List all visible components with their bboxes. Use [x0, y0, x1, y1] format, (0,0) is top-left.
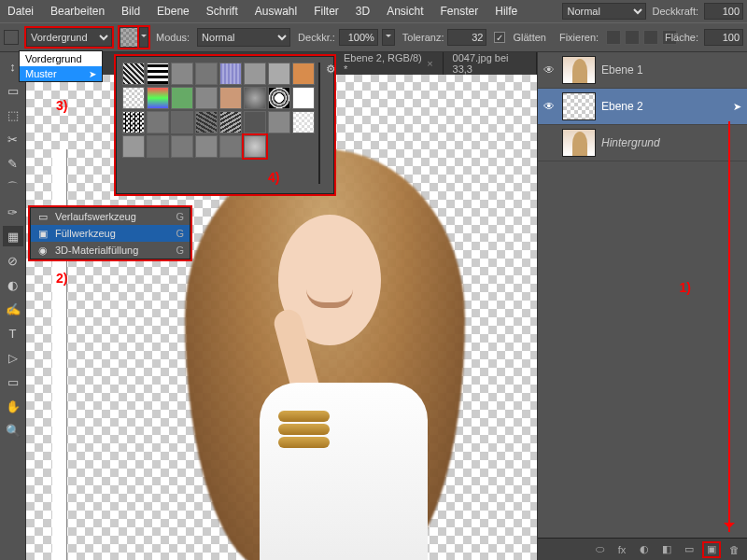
- opacity-top-value[interactable]: 100: [704, 3, 743, 20]
- menu-3d[interactable]: 3D: [356, 5, 370, 18]
- fx-icon[interactable]: fx: [614, 543, 629, 556]
- pattern-thumb[interactable]: [147, 87, 169, 109]
- layer-name[interactable]: Hintergrund: [601, 136, 741, 149]
- path-tool[interactable]: ▷: [3, 347, 23, 368]
- pattern-thumb[interactable]: [292, 111, 315, 133]
- lock-position-icon[interactable]: [643, 30, 658, 45]
- menu-ebene[interactable]: Ebene: [157, 5, 190, 18]
- menu-bearbeiten[interactable]: Bearbeiten: [50, 5, 105, 18]
- pattern-thumb[interactable]: [244, 87, 266, 109]
- pattern-picker-panel[interactable]: ⚙: [116, 56, 334, 194]
- close-icon[interactable]: ×: [427, 58, 432, 69]
- menu-ansicht[interactable]: Ansicht: [387, 5, 423, 18]
- pattern-thumb[interactable]: [268, 87, 290, 109]
- popup-item-vordergrund[interactable]: Vordergrund: [20, 51, 102, 66]
- opacity-value[interactable]: 100%: [339, 29, 378, 46]
- type-tool[interactable]: T: [3, 323, 23, 343]
- menu-datei[interactable]: Datei: [7, 5, 34, 18]
- pattern-thumb[interactable]: [268, 111, 290, 133]
- pattern-thumb[interactable]: [195, 63, 218, 85]
- visibility-icon[interactable]: 👁: [543, 100, 557, 113]
- eraser-tool[interactable]: ⊘: [3, 250, 23, 271]
- delete-layer-icon[interactable]: 🗑: [726, 543, 741, 556]
- dodge-tool[interactable]: ◐: [3, 274, 23, 295]
- pattern-thumb[interactable]: [171, 63, 193, 85]
- layer-row-selected[interactable]: 👁 Ebene 2 ➤: [538, 89, 747, 125]
- pattern-thumb[interactable]: [292, 87, 315, 109]
- pattern-thumb[interactable]: [171, 135, 193, 158]
- layer-row[interactable]: 👁 Ebene 1: [538, 52, 747, 89]
- shape-tool[interactable]: ▭: [3, 371, 23, 392]
- pattern-thumb[interactable]: [147, 63, 169, 85]
- link-layers-icon[interactable]: ⬭: [592, 543, 607, 556]
- lock-pixels-icon[interactable]: [625, 30, 640, 45]
- layer-name[interactable]: Ebene 1: [601, 63, 741, 77]
- marquee-tool[interactable]: ▭: [3, 80, 23, 101]
- group-icon[interactable]: ▭: [682, 543, 697, 556]
- new-layer-button[interactable]: ▣: [704, 543, 719, 556]
- pattern-thumb[interactable]: [219, 87, 242, 109]
- brush-tool[interactable]: ⌒: [3, 177, 23, 198]
- pattern-thumb[interactable]: [171, 111, 193, 133]
- zoom-tool[interactable]: 🔍: [3, 420, 23, 441]
- antialias-checkbox[interactable]: ✓: [494, 32, 505, 43]
- popup-item-muster[interactable]: Muster➤: [20, 66, 102, 81]
- bucket-tool[interactable]: ▦: [3, 226, 23, 246]
- tolerance-value[interactable]: 32: [447, 29, 486, 46]
- fill-source-dropdown[interactable]: Vordergrund: [26, 28, 112, 47]
- layer-thumb[interactable]: [562, 56, 596, 84]
- pattern-thumb[interactable]: [219, 111, 242, 133]
- tab[interactable]: 0047.jpg bei 33,3: [444, 52, 537, 75]
- gear-icon[interactable]: ⚙: [326, 63, 336, 188]
- flyout-gradient[interactable]: ▭ Verlaufswerkzeug G: [31, 208, 190, 225]
- pattern-thumb[interactable]: [244, 111, 266, 133]
- menu-schrift[interactable]: Schrift: [206, 5, 238, 18]
- pattern-thumb[interactable]: [268, 63, 290, 85]
- layer-row[interactable]: Hintergrund: [538, 125, 747, 161]
- mode-select[interactable]: Normal: [197, 28, 290, 47]
- pattern-thumb[interactable]: [122, 111, 145, 133]
- pattern-swatch[interactable]: [120, 27, 140, 48]
- pattern-thumb[interactable]: [219, 63, 242, 85]
- visibility-icon[interactable]: 👁: [543, 63, 557, 77]
- layer-name[interactable]: Ebene 2: [601, 100, 727, 113]
- pattern-thumb[interactable]: [147, 135, 169, 158]
- menu-fenster[interactable]: Fenster: [441, 5, 479, 18]
- hand-tool[interactable]: ✋: [3, 396, 23, 416]
- stamp-tool[interactable]: ✑: [3, 202, 23, 222]
- layer-thumb[interactable]: [562, 129, 596, 157]
- pattern-thumb[interactable]: [195, 87, 218, 109]
- pattern-thumb[interactable]: [122, 63, 145, 85]
- blend-mode-select[interactable]: Normal: [562, 3, 646, 20]
- adjustment-icon[interactable]: ◧: [659, 543, 674, 556]
- pattern-picker-arrow[interactable]: [139, 27, 148, 48]
- flyout-3d-material[interactable]: ◉ 3D-Materialfüllung G: [31, 242, 190, 259]
- fill-source-popup[interactable]: Vordergrund Muster➤: [19, 50, 103, 82]
- eyedropper-tool[interactable]: ✎: [3, 153, 23, 174]
- lock-transparency-icon[interactable]: [606, 30, 621, 45]
- menu-hilfe[interactable]: Hilfe: [495, 5, 517, 18]
- crop-tool[interactable]: ✂: [3, 129, 23, 149]
- layer-thumb[interactable]: [562, 92, 596, 120]
- mask-icon[interactable]: ◐: [637, 543, 652, 556]
- pattern-thumb[interactable]: [244, 63, 266, 85]
- pattern-scrollbar[interactable]: [318, 63, 320, 184]
- pattern-thumb[interactable]: [171, 87, 193, 109]
- menu-bild[interactable]: Bild: [121, 5, 140, 18]
- opacity-arrow[interactable]: [382, 29, 395, 46]
- lasso-tool[interactable]: ⬚: [3, 105, 23, 125]
- pattern-thumb[interactable]: [147, 111, 169, 133]
- flyout-fill[interactable]: ▣ Füllwerkzeug G: [31, 225, 190, 242]
- tab-active[interactable]: Ebene 2, RGB/8) *×: [334, 52, 444, 75]
- pen-tool[interactable]: ✍: [3, 299, 23, 319]
- pattern-thumb[interactable]: [219, 135, 242, 158]
- pattern-thumb[interactable]: [195, 135, 218, 158]
- bucket-flyout[interactable]: ▭ Verlaufswerkzeug G ▣ Füllwerkzeug G ◉ …: [30, 207, 190, 259]
- pattern-thumb[interactable]: [122, 87, 145, 109]
- pattern-thumb[interactable]: [122, 135, 145, 158]
- fill-value[interactable]: 100: [704, 29, 743, 46]
- menu-filter[interactable]: Filter: [314, 5, 339, 18]
- pattern-thumb[interactable]: [292, 63, 315, 85]
- pattern-thumb[interactable]: [195, 111, 218, 133]
- pattern-thumb-selected[interactable]: [244, 135, 266, 158]
